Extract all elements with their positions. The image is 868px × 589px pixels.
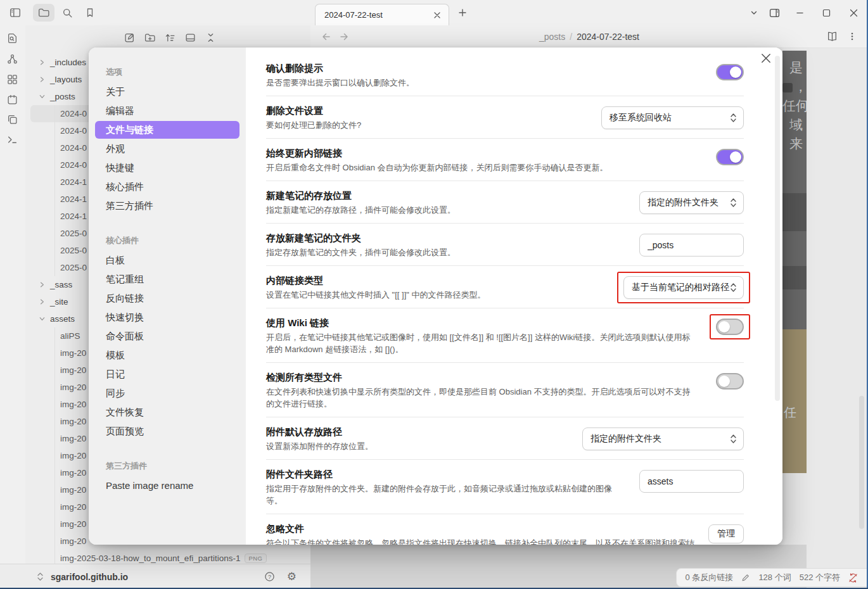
tree-label: _site	[50, 297, 68, 307]
setting-info: 忽略文件符合以下条件的文件将被忽略。忽略是指文件将出现在快速切换、链接补全中队列…	[266, 521, 708, 545]
new-note-folder-input[interactable]	[639, 234, 744, 256]
search-tab[interactable]	[56, 4, 78, 22]
breadcrumb[interactable]: _posts / 2024-07-22-test	[310, 25, 868, 48]
tree-file[interactable]: img-2025-03-18-how_to_mount_efi_partitio…	[30, 550, 305, 564]
confirm-delete-toggle[interactable]	[716, 64, 744, 80]
char-count[interactable]: 522 个字符	[800, 572, 840, 583]
left-sidebar-toggle-icon[interactable]	[4, 4, 26, 22]
setting-desc: 设置新添加附件的存放位置。	[266, 440, 373, 452]
collapse-all-icon[interactable]	[205, 32, 216, 43]
settings-tab[interactable]: 同步	[95, 384, 239, 402]
setting-row-new-note-location: 新建笔记的存放位置指定新建笔记的存放路径，插件可能会修改此设置。指定的附件文件夹	[266, 181, 744, 224]
code-block-peek	[782, 193, 807, 231]
file-search-ribbon-icon[interactable]	[7, 33, 18, 44]
tree-label: 2024-1	[60, 212, 87, 221]
breadcrumb-file[interactable]: 2024-07-22-test	[577, 32, 639, 42]
detect-all-files-toggle[interactable]	[716, 373, 744, 390]
new-note-icon[interactable]	[124, 32, 135, 43]
canvas-cards-icon[interactable]	[7, 74, 18, 85]
terminal-icon[interactable]	[7, 134, 18, 145]
minimize-button[interactable]	[789, 0, 810, 25]
layout-panel-icon[interactable]	[185, 32, 196, 43]
deleted-files-select[interactable]: 移至系统回收站	[601, 106, 744, 129]
excluded-files-button[interactable]: 管理	[708, 524, 744, 543]
settings-tab[interactable]: 页面预览	[95, 422, 239, 440]
settings-tab[interactable]: 文件与链接	[95, 121, 239, 139]
sync-off-icon[interactable]	[848, 573, 858, 583]
update-links-toggle[interactable]	[716, 149, 744, 165]
tab-close-icon[interactable]	[433, 11, 441, 19]
new-folder-icon[interactable]	[144, 32, 155, 43]
reading-view-icon[interactable]	[827, 31, 838, 42]
settings-tab[interactable]: 核心插件	[95, 178, 239, 196]
settings-tab[interactable]: 关于	[95, 83, 239, 101]
settings-tab[interactable]: 第三方插件	[95, 197, 239, 215]
settings-tab[interactable]: 反向链接	[95, 289, 239, 307]
backlinks-count[interactable]: 0 条反向链接	[686, 572, 734, 583]
edit-mode-pencil-icon[interactable]	[741, 573, 750, 582]
setting-desc: 开启后重命名文件时 Obsidian 会自动为你更新内部链接，关闭后则需要你手动…	[266, 162, 608, 174]
attachment-folder-input[interactable]	[639, 470, 744, 493]
vault-bar[interactable]: sgarifool.github.io ? ⚙	[0, 564, 310, 589]
settings-tab[interactable]: Paste image rename	[95, 477, 239, 495]
sort-order-icon[interactable]	[165, 32, 176, 43]
settings-tab[interactable]: 快捷键	[95, 159, 239, 177]
settings-tab[interactable]: 白板	[95, 251, 239, 269]
settings-tab[interactable]: 外观	[95, 140, 239, 158]
toggle-knob	[730, 151, 741, 163]
image-block-peek: 任	[782, 329, 807, 473]
peek-line: 来	[782, 134, 807, 153]
editor-scrollbar[interactable]	[859, 396, 864, 529]
wiki-links-toggle[interactable]	[716, 319, 744, 335]
setting-desc: 在文件列表和快速切换中显示所有类型的文件，即使是那些目前 Obsidian 不支…	[266, 386, 698, 410]
tree-label: assets	[50, 314, 75, 324]
select-value: 基于当前笔记的相对路径	[632, 282, 729, 293]
maximize-button[interactable]	[815, 0, 837, 25]
settings-tab[interactable]: 模板	[95, 346, 239, 364]
setting-info: 确认删除提示是否需要弹出提示窗口以确认删除文件。	[266, 61, 426, 89]
close-window-button[interactable]	[843, 0, 864, 25]
modal-scrollbar[interactable]	[775, 56, 780, 401]
daily-note-calendar-icon[interactable]	[7, 94, 18, 105]
setting-row-link-type: 内部链接类型设置在笔记中链接其他文件时插入 "[[ ]]" 中的文件路径类型。基…	[266, 266, 744, 308]
file-type-badge: PNG	[245, 554, 266, 563]
tab-active[interactable]: 2024-07-22-test	[315, 4, 449, 25]
tree-label: _includes	[50, 58, 86, 67]
tree-label: img-20	[60, 434, 86, 443]
settings-tab[interactable]: 日记	[95, 365, 239, 383]
help-icon[interactable]: ?	[264, 571, 275, 582]
tab-title: 2024-07-22-test	[324, 10, 433, 20]
setting-row-update-links: 始终更新内部链接开启后重命名文件时 Obsidian 会自动为你更新内部链接，关…	[266, 139, 744, 181]
settings-gear-icon[interactable]: ⚙	[287, 571, 297, 582]
chevron-right-icon	[39, 76, 46, 83]
attachment-path-select[interactable]: 指定的附件文件夹	[582, 428, 744, 450]
new-tab-icon[interactable]	[458, 8, 467, 17]
duplicate-copy-icon[interactable]	[7, 114, 18, 125]
text-block-peek	[782, 231, 807, 266]
setting-desc: 指定新建笔记的存放路径，插件可能会修改此设置。	[266, 204, 456, 216]
tree-label: _sass	[50, 280, 72, 289]
word-count[interactable]: 128 个词	[758, 572, 791, 583]
new-note-location-select[interactable]: 指定的附件文件夹	[639, 191, 744, 214]
tree-label: 2024-1	[60, 194, 87, 204]
select-chevrons-icon	[730, 198, 737, 208]
modal-close-icon[interactable]	[760, 53, 772, 64]
setting-info: 附件默认存放路径设置新添加附件的存放位置。	[266, 424, 385, 452]
more-options-icon[interactable]	[848, 32, 857, 41]
settings-tab[interactable]: 编辑器	[95, 102, 239, 120]
link-type-select[interactable]: 基于当前笔记的相对路径	[623, 276, 744, 299]
right-sidebar-toggle-icon[interactable]	[763, 0, 785, 25]
tree-label: img-20	[60, 383, 86, 392]
setting-row-wiki-links: 使用 Wiki 链接开启后，在笔记中链接其他笔记或图像时，使用如 [[文件名]]…	[266, 308, 744, 363]
settings-tab[interactable]: 笔记重组	[95, 270, 239, 288]
tab-list-chevron-icon[interactable]	[743, 0, 765, 25]
settings-tab[interactable]: 快速切换	[95, 308, 239, 326]
breadcrumb-folder[interactable]: _posts	[539, 32, 565, 42]
files-tab[interactable]	[33, 4, 54, 22]
graph-view-icon[interactable]	[7, 54, 18, 65]
bookmarks-tab[interactable]	[79, 4, 101, 22]
settings-nav: 选项关于编辑器文件与链接外观快捷键核心插件第三方插件核心插件白板笔记重组反向链接…	[89, 48, 246, 545]
select-chevrons-icon	[730, 282, 737, 293]
settings-tab[interactable]: 命令面板	[95, 327, 239, 345]
settings-tab[interactable]: 文件恢复	[95, 403, 239, 421]
